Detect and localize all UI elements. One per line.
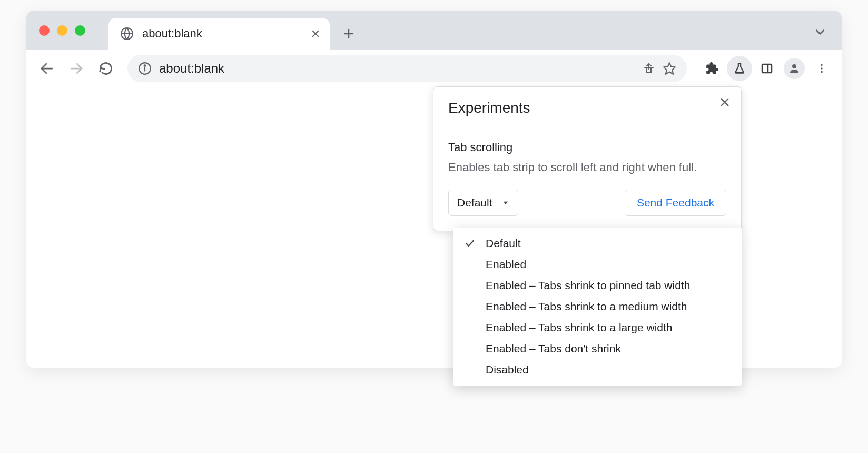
dropdown-option-label: Default xyxy=(486,237,521,250)
page-content: Experiments Tab scrolling Enables tab st… xyxy=(26,87,842,368)
dropdown-option-label: Enabled – Tabs shrink to a large width xyxy=(486,321,673,334)
dropdown-option-label: Enabled – Tabs shrink to a medium width xyxy=(486,300,687,313)
svg-marker-13 xyxy=(503,201,507,204)
address-bar[interactable]: about:blank xyxy=(127,55,687,82)
dropdown-option[interactable]: Enabled – Tabs don't shrink xyxy=(453,338,742,359)
tab-title: about:blank xyxy=(142,27,302,41)
share-icon[interactable] xyxy=(643,62,655,75)
globe-icon xyxy=(120,27,134,41)
experiment-name: Tab scrolling xyxy=(448,141,726,154)
svg-point-11 xyxy=(821,67,823,70)
svg-point-5 xyxy=(144,65,146,66)
side-panel-icon[interactable] xyxy=(754,56,780,81)
bookmark-star-icon[interactable] xyxy=(663,62,676,75)
dropdown-option-label: Enabled xyxy=(486,258,526,271)
check-icon xyxy=(465,238,476,249)
experiment-description: Enables tab strip to scroll left and rig… xyxy=(448,160,726,176)
dropdown-option[interactable]: Enabled – Tabs shrink to a large width xyxy=(453,317,742,338)
window-controls xyxy=(39,25,85,36)
dropdown-option-label: Enabled – Tabs don't shrink xyxy=(486,342,621,355)
dropdown-option-label: Enabled – Tabs shrink to pinned tab widt… xyxy=(486,279,690,292)
window-minimize-button[interactable] xyxy=(57,25,67,36)
dropdown-option[interactable]: Default xyxy=(453,233,742,254)
tab-close-button[interactable] xyxy=(311,29,320,38)
caret-down-icon xyxy=(502,199,509,206)
tabstrip-chevron-down-icon[interactable] xyxy=(813,25,827,39)
toolbar-actions xyxy=(699,56,834,81)
toolbar: about:blank xyxy=(26,50,842,87)
extensions-icon[interactable] xyxy=(699,56,725,81)
svg-point-12 xyxy=(821,71,823,73)
svg-rect-7 xyxy=(762,64,772,73)
back-button[interactable] xyxy=(34,55,60,82)
dropdown-option[interactable]: Disabled xyxy=(453,359,742,380)
window-close-button[interactable] xyxy=(39,25,50,36)
popup-close-button[interactable] xyxy=(719,96,731,108)
tab-strip: about:blank xyxy=(26,11,842,50)
menu-button[interactable] xyxy=(809,56,834,81)
site-info-icon[interactable] xyxy=(138,62,152,75)
avatar-icon xyxy=(784,58,805,79)
experiment-select[interactable]: Default xyxy=(448,190,518,216)
dropdown-option[interactable]: Enabled – Tabs shrink to a medium width xyxy=(453,296,742,317)
browser-tab[interactable]: about:blank xyxy=(108,18,330,50)
popup-title: Experiments xyxy=(448,100,726,116)
dropdown-option-label: Disabled xyxy=(486,363,529,376)
svg-point-10 xyxy=(821,64,823,66)
reload-button[interactable] xyxy=(93,55,119,82)
svg-point-9 xyxy=(792,64,796,68)
window-maximize-button[interactable] xyxy=(75,25,85,36)
svg-marker-6 xyxy=(664,63,675,74)
select-value: Default xyxy=(457,196,492,209)
profile-button[interactable] xyxy=(782,56,807,81)
url-text: about:blank xyxy=(159,61,635,76)
forward-button[interactable] xyxy=(63,55,90,82)
new-tab-button[interactable] xyxy=(336,21,361,46)
browser-window: about:blank about:blank xyxy=(26,11,842,368)
experiments-flask-icon[interactable] xyxy=(727,56,752,81)
experiments-popup: Experiments Tab scrolling Enables tab st… xyxy=(433,86,742,231)
send-feedback-button[interactable]: Send Feedback xyxy=(625,190,726,216)
experiment-dropdown-menu: DefaultEnabledEnabled – Tabs shrink to p… xyxy=(453,228,742,386)
dropdown-option[interactable]: Enabled xyxy=(453,254,742,275)
dropdown-option[interactable]: Enabled – Tabs shrink to pinned tab widt… xyxy=(453,275,742,296)
